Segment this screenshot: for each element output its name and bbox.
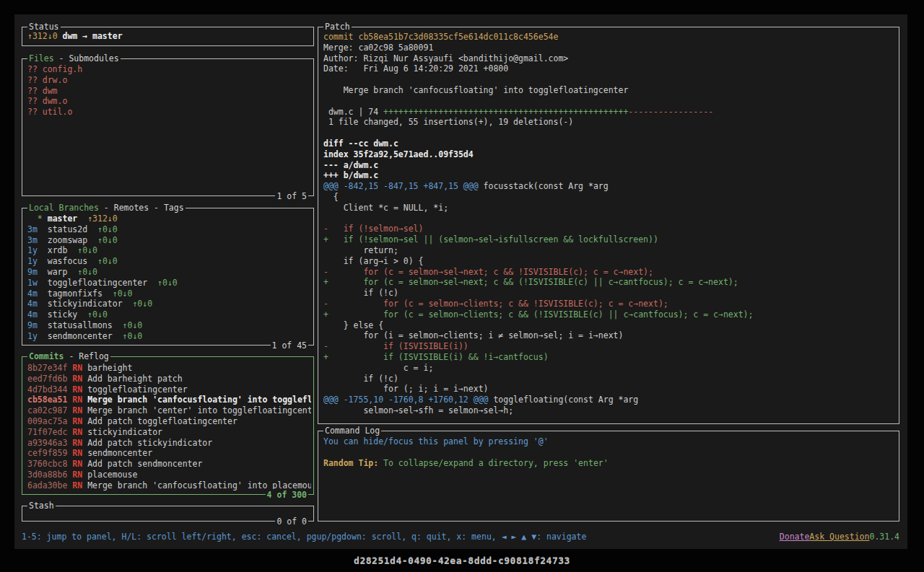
tab-files[interactable]: Files [29, 53, 54, 63]
patch-line: @@@ -1755,10 -1760,8 +1760,12 @@@ toggle… [323, 395, 897, 405]
branch-row[interactable]: 3m zoomswap ↑0↓0 [27, 235, 311, 246]
branch-age: 9m [27, 320, 48, 330]
branch-status: ↑312↓0 [87, 214, 118, 224]
branch-row[interactable]: 9m warp ↑0↓0 [27, 267, 311, 278]
branch-status: ↑0↓0 [97, 256, 118, 266]
patch-line: if (arg→i > 0) { [323, 256, 897, 267]
patch-line: dwm.c | 74 +++++++++++++++++++++++++++++… [323, 107, 897, 118]
branch-row[interactable]: * master ↑312↓0 [27, 214, 311, 224]
commit-message: Add patch sendmoncenter [87, 459, 202, 469]
commit-hash: 009ac75a [27, 416, 67, 426]
branch-row[interactable]: 1y sendmoncenter ↑0↓0 [27, 331, 311, 342]
patch-line [323, 74, 897, 85]
commit-row[interactable]: cef9f859 RN sendmoncenter [27, 448, 311, 459]
patch-line: +++ b/dwm.c [323, 170, 897, 181]
branch-name: stickyindicator [48, 299, 123, 309]
file-entry: ?? util.o [27, 107, 72, 117]
branches-list: * master ↑312↓03m status2d ↑0↓03m zoomsw… [22, 208, 313, 345]
commit-hash: ca02c987 [27, 405, 67, 415]
commit-author-initials: RN [72, 459, 82, 469]
files-list: ?? config.h?? drw.o?? dwm?? dwm.o?? util… [22, 59, 313, 195]
status-panel-title: Status [27, 21, 61, 32]
commit-row[interactable]: 8b27e34f RN barheight [27, 363, 311, 374]
commit-message: stickyindicator [87, 427, 162, 437]
patch-line: for (; i; i = i→next) [323, 384, 897, 395]
commit-row[interactable]: eed7fd6b RN Add barheight patch [27, 374, 311, 384]
branch-name: tagmonfixfs [48, 289, 103, 299]
commit-row[interactable]: cb58ea51 RN Merge branch 'canfocusfloati… [27, 395, 311, 405]
commit-message: placemouse [87, 470, 137, 480]
file-row[interactable]: ?? util.o [27, 107, 311, 118]
commit-message: Add patch stickyindicator [87, 438, 212, 448]
branch-age: 3m [27, 224, 48, 234]
patch-line: + for (c = selmon→clients; c && (!ISVISI… [323, 309, 897, 320]
patch-diff-content: commit cb58ea51b7c3d08335cf5e614dc011c8c… [318, 27, 899, 423]
commit-row[interactable]: 3760cbc8 RN Add patch sendmoncenter [27, 459, 311, 470]
file-entry: ?? dwm [27, 86, 58, 96]
branch-name: sticky [48, 309, 78, 320]
command-log-panel[interactable]: Command Log You can hide/focus this pane… [318, 431, 899, 522]
command-log-title: Command Log [323, 425, 381, 436]
tab-remotes-tags[interactable]: - Remotes - Tags [99, 203, 184, 213]
patch-line: selmon→sel→sfh = selmon→sel→h; [323, 405, 897, 416]
branch-row[interactable]: 9m statusallmons ↑0↓0 [27, 320, 311, 331]
stash-panel[interactable]: Stash 0 of 0 [22, 506, 314, 522]
branch-status: ↑0↓0 [157, 278, 178, 288]
commit-message: togglefloatingcenter [87, 384, 187, 395]
tab-reflog[interactable]: - Reflog [64, 351, 108, 361]
random-tip-label: Random Tip: [323, 458, 383, 468]
tab-local-branches[interactable]: Local Branches [29, 203, 99, 213]
bottom-bar-links: DonateAsk Question0.31.4 [780, 532, 899, 542]
files-panel[interactable]: Files - Submodules ?? config.h?? drw.o??… [22, 58, 314, 196]
tab-commits[interactable]: Commits [29, 351, 64, 361]
branch-status: ↑0↓0 [97, 235, 118, 245]
commit-row[interactable]: 4d7bd344 RN togglefloatingcenter [27, 384, 311, 395]
commit-message: Merge branch 'center' into togglefloatin… [87, 405, 311, 415]
patch-line: c = i; [323, 363, 897, 374]
stash-panel-title: Stash [27, 500, 56, 511]
branch-row[interactable]: 1y xrdb ↑0↓0 [27, 245, 311, 256]
branch-status: ↑0↓0 [87, 309, 108, 320]
patch-line: - if (ISVISIBLE(i)) [323, 341, 897, 352]
patch-line: + if (!selmon→sel || (selmon→sel→isfulls… [323, 234, 897, 245]
branch-row[interactable]: 1y wasfocus ↑0↓0 [27, 256, 311, 267]
ask-question-link[interactable]: Ask Question [809, 532, 869, 542]
commit-hash: 3760cbc8 [27, 459, 67, 469]
branch-row[interactable]: 4m sticky ↑0↓0 [27, 309, 311, 320]
patch-line: + for (c = selmon→sel→next; c && (!ISVIS… [323, 277, 897, 288]
commit-message: Add barheight patch [87, 374, 183, 384]
branch-age: 4m [27, 299, 48, 309]
branch-row[interactable]: 3m status2d ↑0↓0 [27, 224, 311, 235]
branch-row[interactable]: 4m stickyindicator ↑0↓0 [27, 299, 311, 309]
patch-line: 1 file changed, 55 insertions(+), 19 del… [323, 117, 897, 128]
patch-line: if (!c) [323, 374, 897, 384]
status-line[interactable]: ↑312↓0 dwm → master [27, 31, 311, 42]
tab-submodules[interactable]: - Submodules [54, 53, 119, 63]
commit-row[interactable]: 009ac75a RN Add patch togglefloatingcent… [27, 416, 311, 427]
patch-panel[interactable]: Patch commit cb58ea51b7c3d08335cf5e614dc… [318, 27, 899, 424]
commit-row[interactable]: a93946a3 RN Add patch stickyindicator [27, 438, 311, 449]
branch-row[interactable]: 4m tagmonfixfs ↑0↓0 [27, 289, 311, 299]
status-panel[interactable]: Status ↑312↓0 dwm → master [22, 27, 314, 46]
patch-line: index 35f2a92,5e71aed..09f35d4 [323, 149, 897, 160]
commit-row[interactable]: 3d0a88b6 RN placemouse [27, 470, 311, 480]
branch-age: 1y [27, 245, 48, 255]
commit-row[interactable]: ca02c987 RN Merge branch 'center' into t… [27, 405, 311, 416]
file-row[interactable]: ?? drw.o [27, 75, 311, 86]
patch-line: } else { [323, 320, 897, 331]
patch-line: --- a/dwm.c [323, 160, 897, 171]
files-scroll-position: 1 of 5 [275, 190, 308, 202]
commit-row[interactable]: 71f07edc RN stickyindicator [27, 427, 311, 438]
file-row[interactable]: ?? config.h [27, 64, 311, 75]
file-row[interactable]: ?? dwm.o [27, 96, 311, 107]
branch-row[interactable]: 1w togglefloatingcenter ↑0↓0 [27, 278, 311, 289]
patch-line: Author: Rizqi Nur Assyaufi <bandithijo@g… [323, 53, 897, 64]
donate-link[interactable]: Donate [780, 532, 810, 542]
branches-panel-title: Local Branches - Remotes - Tags [27, 202, 186, 214]
branches-panel[interactable]: Local Branches - Remotes - Tags * master… [22, 208, 314, 346]
file-row[interactable]: ?? dwm [27, 86, 311, 97]
patch-line: if (!c) [323, 288, 897, 299]
branch-age: 4m [27, 289, 48, 299]
commits-panel-title: Commits - Reflog [27, 351, 110, 362]
commits-panel[interactable]: Commits - Reflog 8b27e34f RN barheightee… [22, 356, 314, 495]
